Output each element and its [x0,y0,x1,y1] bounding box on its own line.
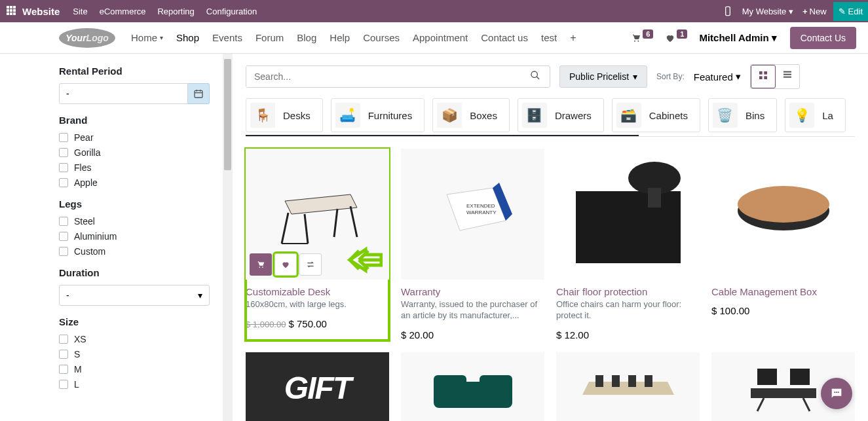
brand-fles[interactable]: Fles [59,162,210,173]
grid-view-button[interactable] [751,65,776,88]
legs-aluminium[interactable]: Aluminium [59,231,210,242]
product-image [556,149,700,280]
rental-period-input[interactable] [59,83,188,104]
svg-rect-43 [790,369,810,385]
brand-title: Brand [59,115,210,126]
svg-line-8 [537,77,539,79]
product-desc: Office chairs can harm your floor: prote… [556,299,700,321]
size-l[interactable]: L [59,379,210,390]
product-title[interactable]: Cable Management Box [711,286,855,297]
edit-button[interactable]: ✎Edit [833,2,868,21]
cat-furnitures-icon: 🛋️ [335,103,360,128]
nav-contactus[interactable]: Contact us [481,32,528,43]
menu-ecommerce[interactable]: eCommerce [100,7,146,16]
list-view-button[interactable] [776,65,799,88]
cat-drawers-icon: 🗄️ [522,103,547,128]
menu-reporting[interactable]: Reporting [157,7,194,16]
svg-rect-14 [783,74,791,75]
main-content: Public Pricelist▾ Sort By: Featured▾ 🪑De… [233,54,868,421]
menu-site[interactable]: Site [73,7,87,16]
duration-title: Duration [59,267,210,278]
product-title[interactable]: Warranty [401,286,544,297]
product-title[interactable]: Chair floor protection [556,286,700,297]
svg-rect-44 [751,388,816,398]
cat-cabinets[interactable]: 🗃️Cabinets [612,98,700,132]
brand-gorilla[interactable]: Gorilla [59,147,210,158]
brand-pear[interactable]: Pear [59,132,210,143]
chat-icon [829,386,844,401]
nav-add-icon[interactable]: + [570,32,576,44]
site-logo[interactable]: YourLogo [59,28,115,48]
svg-point-2 [638,40,639,41]
menu-configuration[interactable]: Configuration [206,7,257,16]
search-input[interactable] [246,66,521,87]
nav-blog[interactable]: Blog [297,32,316,43]
wishlist-button[interactable] [274,253,297,276]
list-icon [782,69,793,80]
nav-appointment[interactable]: Appointment [413,32,468,43]
mywebsite-dropdown[interactable]: My Website ▾ [742,7,793,16]
cat-desks[interactable]: 🪑Desks [246,98,323,132]
apps-icon[interactable] [7,6,17,16]
cat-furnitures[interactable]: 🛋️Furnitures [331,98,425,132]
size-s[interactable]: S [59,349,210,359]
svg-rect-35 [434,375,466,395]
size-xs[interactable]: XS [59,334,210,344]
product-card[interactable]: Customizable Desk 160x80cm, with large l… [246,149,389,340]
nav-shop[interactable]: Shop [176,32,199,43]
duration-select[interactable]: -▾ [59,285,210,306]
mobile-icon[interactable] [723,6,733,16]
cat-boxes[interactable]: 📦Boxes [432,98,510,132]
legs-custom[interactable]: Custom [59,246,210,257]
cat-bins[interactable]: 🗑️Bins [708,98,777,132]
product-card[interactable]: GIFT [246,352,389,421]
sidebar-scrollbar[interactable] [223,54,233,421]
nav-events[interactable]: Events [212,32,242,43]
chat-bubble-button[interactable] [821,378,852,409]
new-button[interactable]: +New [802,7,827,16]
cat-lamps[interactable]: 💡La [785,98,846,132]
pricelist-dropdown[interactable]: Public Pricelist▾ [559,65,647,88]
edit-label: Edit [848,7,863,16]
user-menu[interactable]: Mitchell Admin ▾ [699,32,776,44]
svg-rect-0 [725,7,730,15]
sort-dropdown[interactable]: Featured▾ [694,71,741,82]
svg-rect-29 [576,191,681,263]
product-desc: 160x80cm, with large legs. [246,299,389,310]
calendar-button[interactable] [188,83,210,104]
cat-boxes-icon: 📦 [437,103,462,128]
nav-forum[interactable]: Forum [255,32,284,43]
cart-icon [256,260,265,269]
wishlist-count-badge: 1 [677,29,687,39]
wishlist-indicator[interactable]: 1 [665,33,687,43]
app-brand[interactable]: Website [22,6,60,17]
cart-indicator[interactable]: 6 [631,33,653,43]
add-to-cart-button[interactable] [250,253,272,276]
product-card[interactable] [401,352,544,421]
heart-icon [665,33,675,43]
nav-courses[interactable]: Courses [363,32,400,43]
product-card[interactable] [556,352,700,421]
product-card[interactable]: EXTENDEDWARRANTY Warranty Warranty, issu… [401,149,544,340]
search-icon[interactable] [521,70,550,83]
cat-drawers[interactable]: 🗄️Drawers [518,98,604,132]
brand-apple[interactable]: Apple [59,177,210,188]
svg-line-19 [350,206,357,237]
product-title[interactable]: Customizable Desk [246,286,389,297]
legs-steel[interactable]: Steel [59,216,210,227]
nav-home[interactable]: Home▾ [131,32,163,43]
size-m[interactable]: M [59,364,210,375]
svg-point-1 [634,40,635,41]
product-old-price: $ 1,000.00 [246,320,286,329]
compare-button[interactable] [299,253,322,276]
svg-point-47 [834,392,835,393]
svg-rect-40 [628,375,636,387]
contact-us-button[interactable]: Contact Us [790,27,856,49]
logo-part1: Your [66,33,86,43]
product-card[interactable]: Chair floor protection Office chairs can… [556,149,700,340]
svg-point-7 [531,71,537,77]
svg-rect-3 [195,90,202,98]
product-card[interactable]: Cable Management Box $ 100.00 [711,149,855,340]
nav-test[interactable]: test [541,32,557,43]
nav-help[interactable]: Help [330,32,350,43]
